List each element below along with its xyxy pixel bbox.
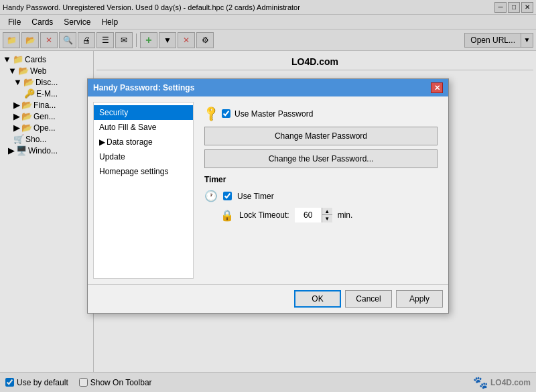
dialog-title-bar: Handy Password: Settings ✕	[88, 79, 448, 96]
use-master-password-label: Use Master Password	[234, 109, 313, 119]
use-timer-label: Use Timer	[237, 192, 274, 201]
lock-timeout-label: Lock Timeout:	[239, 210, 289, 220]
lock-timeout-unit: min.	[338, 210, 353, 220]
nav-homepage[interactable]: Homepage settings	[94, 164, 193, 179]
nav-update[interactable]: Update	[94, 149, 193, 164]
timer-group-label: Timer	[204, 175, 438, 184]
use-timer-row: 🕐 Use Timer	[204, 190, 438, 202]
nav-autofill[interactable]: Auto Fill & Save	[94, 120, 193, 135]
nav-security[interactable]: Security	[94, 105, 193, 120]
lock-timeout-row: 🔒 Lock Timeout: ▲ ▼ min.	[220, 208, 438, 222]
change-master-password-button[interactable]: Change Master Password	[204, 127, 438, 145]
dialog-overlay: Handy Password: Settings ✕ Security Auto…	[0, 0, 536, 392]
change-user-password-button[interactable]: Change the User Password...	[204, 149, 438, 168]
key-icon: 🔑	[202, 105, 220, 123]
expand-icon-datastorage: ▶	[99, 137, 105, 147]
datastorage-label: Data storage	[107, 137, 153, 147]
spinner-up-button[interactable]: ▲	[322, 208, 332, 215]
nav-datastorage[interactable]: ▶ Data storage	[94, 135, 193, 149]
settings-dialog: Handy Password: Settings ✕ Security Auto…	[87, 78, 449, 314]
ok-button[interactable]: OK	[294, 290, 341, 308]
dialog-body: Security Auto Fill & Save ▶ Data storage…	[88, 96, 448, 284]
lock-timeout-input[interactable]	[295, 208, 322, 222]
use-timer-checkbox[interactable]	[223, 192, 232, 200]
spinner-arrows: ▲ ▼	[322, 208, 332, 222]
dialog-footer: OK Cancel Apply	[88, 284, 448, 313]
use-master-password-checkbox[interactable]	[222, 109, 230, 118]
security-content: 🔑 Use Master Password Change Master Pass…	[199, 102, 443, 279]
dialog-close-button[interactable]: ✕	[431, 82, 443, 93]
lock-icon: 🔒	[220, 209, 234, 222]
spinner-down-button[interactable]: ▼	[322, 215, 332, 222]
apply-button[interactable]: Apply	[396, 290, 443, 308]
cancel-button[interactable]: Cancel	[345, 290, 392, 308]
master-password-row: 🔑 Use Master Password	[204, 107, 438, 120]
spinner-group: ▲ ▼	[295, 208, 332, 222]
dialog-nav: Security Auto Fill & Save ▶ Data storage…	[93, 102, 194, 279]
clock-icon: 🕐	[204, 190, 218, 202]
dialog-title: Handy Password: Settings	[93, 83, 194, 92]
